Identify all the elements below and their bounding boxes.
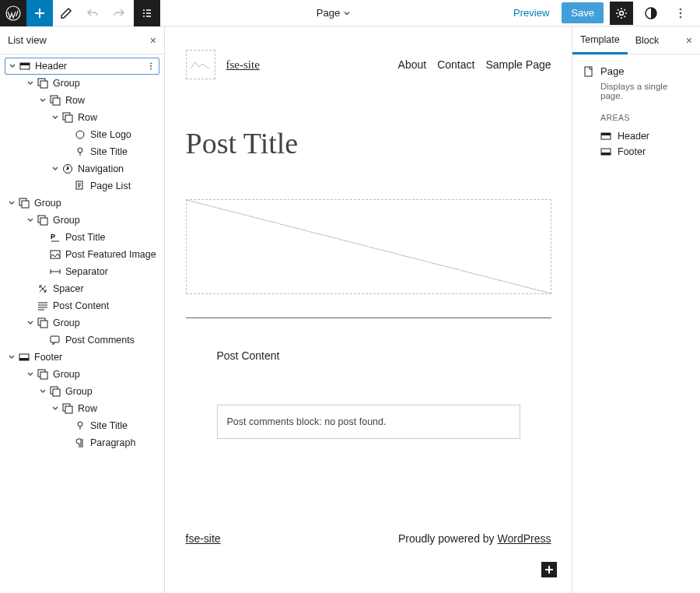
nav-link-contact[interactable]: Contact [437, 58, 474, 71]
tree-toggle[interactable] [6, 353, 17, 361]
tree-item-paragraph[interactable]: Paragraph [5, 434, 159, 451]
tree-item-navigation[interactable]: Navigation [5, 160, 159, 177]
site-header-block[interactable]: fse-site About Contact Sample Page [186, 50, 551, 79]
add-block-fab[interactable] [541, 562, 557, 577]
close-settings-button[interactable]: × [686, 34, 692, 47]
tree-item-spacer[interactable]: Spacer [5, 280, 159, 297]
tree-item-site-logo[interactable]: Site Logo [5, 126, 159, 143]
post-content-block[interactable]: Post Content [186, 349, 551, 362]
tree-item-row[interactable]: Row [5, 92, 159, 109]
tree-item-site-title[interactable]: Site Title [5, 417, 159, 434]
tree-item-site-title[interactable]: Site Title [5, 143, 159, 160]
nav-link-sample[interactable]: Sample Page [485, 58, 551, 71]
styles-button[interactable] [639, 2, 663, 25]
footer-icon [600, 146, 611, 157]
footer-icon [17, 352, 31, 363]
edit-pencil-button[interactable] [53, 0, 79, 26]
tree-toggle[interactable] [37, 388, 48, 395]
area-item-header[interactable]: Header [583, 128, 689, 144]
svg-point-17 [76, 131, 84, 139]
svg-rect-22 [22, 201, 29, 208]
footer-wordpress-link[interactable]: WordPress [498, 532, 551, 545]
svg-point-18 [78, 148, 82, 153]
top-toolbar: Page Preview Save [0, 0, 700, 26]
post-title-block[interactable]: Post Title [186, 126, 551, 160]
list-view-title: List view [8, 34, 47, 46]
row-icon [48, 95, 62, 106]
tree-toggle[interactable] [25, 216, 36, 224]
nav-link-about[interactable]: About [398, 58, 427, 71]
svg-point-3 [680, 8, 682, 10]
separator-icon [48, 266, 62, 277]
close-list-view-button[interactable]: × [150, 34, 156, 47]
redo-button[interactable] [106, 0, 132, 26]
post-content-icon [36, 300, 50, 311]
svg-rect-43 [601, 153, 611, 155]
tree-toggle[interactable] [50, 165, 61, 173]
save-button[interactable]: Save [562, 2, 604, 23]
tree-toggle[interactable] [37, 96, 48, 104]
preview-button[interactable]: Preview [507, 2, 555, 23]
tree-toggle[interactable] [50, 114, 61, 121]
tree-item-group[interactable]: Group [5, 212, 159, 229]
tab-template[interactable]: Template [572, 26, 628, 54]
separator-block[interactable] [186, 318, 551, 318]
post-comments-block[interactable]: Post comments block: no post found. [217, 405, 520, 439]
tree-item-group[interactable]: Group [5, 314, 159, 332]
settings-button[interactable] [610, 2, 633, 25]
editor-canvas[interactable]: fse-site About Contact Sample Page Post … [165, 26, 572, 593]
tree-item-post-content[interactable]: Post Content [5, 297, 159, 314]
site-title-text[interactable]: fse-site [226, 58, 260, 72]
tree-toggle[interactable] [25, 319, 36, 327]
tree-item-group[interactable]: Group [5, 195, 159, 212]
tree-toggle[interactable] [25, 79, 36, 87]
site-footer-block[interactable]: fse-site Proudly powered by WordPress [186, 532, 551, 545]
area-item-footer[interactable]: Footer [583, 144, 689, 160]
tree-item-more[interactable] [143, 61, 159, 71]
tree-item-footer[interactable]: Footer [5, 349, 159, 366]
svg-point-1 [620, 11, 624, 15]
more-options-button[interactable] [669, 2, 692, 25]
add-block-button[interactable] [26, 0, 53, 26]
paragraph-icon [73, 437, 87, 448]
tab-block[interactable]: Block [628, 26, 667, 54]
tree-item-page-list[interactable]: Page List [5, 177, 159, 195]
tree-item-post-featured-image[interactable]: Post Featured Image [5, 246, 159, 263]
tree-item-group[interactable]: Group [5, 383, 159, 400]
tree-toggle[interactable] [50, 405, 61, 412]
header-icon [600, 131, 611, 142]
group-icon [36, 369, 50, 380]
site-logo-placeholder[interactable] [186, 50, 215, 79]
tree-item-group[interactable]: Group [5, 366, 159, 383]
tree-item-post-comments[interactable]: Post Comments [5, 332, 159, 349]
svg-rect-7 [20, 63, 30, 65]
svg-point-10 [150, 68, 152, 70]
template-description: Displays a single page. [600, 82, 689, 100]
document-title-dropdown[interactable]: Page [160, 7, 507, 19]
tree-toggle[interactable] [6, 199, 17, 207]
footer-site-title[interactable]: fse-site [186, 532, 221, 545]
tree-item-group[interactable]: Group [5, 75, 159, 92]
featured-image-placeholder[interactable] [186, 199, 551, 294]
toolbar-right-group: Preview Save [507, 2, 700, 25]
tree-toggle[interactable] [7, 62, 18, 70]
tree-item-row[interactable]: Row [5, 400, 159, 417]
header-icon [18, 61, 32, 72]
wordpress-logo[interactable] [0, 0, 26, 26]
tree-item-separator[interactable]: Separator [5, 263, 159, 280]
undo-button[interactable] [79, 0, 106, 26]
tree-item-header[interactable]: Header [5, 58, 159, 75]
group-icon [17, 198, 31, 209]
plus-icon [544, 564, 555, 575]
row-icon [61, 112, 75, 123]
svg-rect-31 [19, 358, 29, 360]
svg-point-5 [680, 16, 682, 18]
list-view-toggle-button[interactable] [134, 0, 160, 26]
tree-item-post-title[interactable]: P Post Title [5, 229, 159, 246]
tree-item-row[interactable]: Row [5, 109, 159, 126]
tree-toggle[interactable] [25, 370, 36, 378]
svg-rect-14 [53, 98, 60, 105]
settings-tabs: Template Block × [572, 26, 700, 54]
gear-icon [614, 6, 628, 20]
footer-credit: Proudly powered by WordPress [398, 532, 551, 545]
